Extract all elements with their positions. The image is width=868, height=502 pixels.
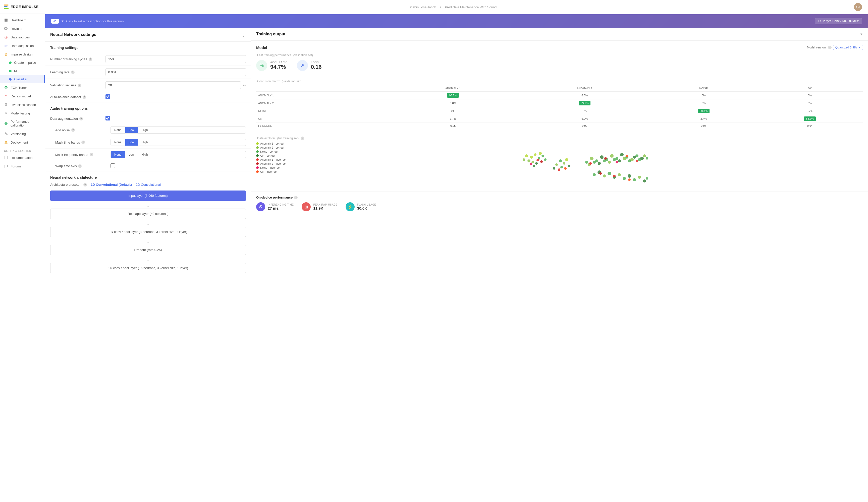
output-title: Training output xyxy=(256,32,285,36)
sidebar-item-label: EON Tuner xyxy=(11,86,27,90)
auto-balance-checkbox[interactable] xyxy=(105,94,110,99)
help-icon[interactable]: ? xyxy=(71,71,75,74)
sidebar-item-classifier[interactable]: Classifier xyxy=(0,75,45,83)
confusion-title: Confusion matrix (validation set) xyxy=(256,79,863,83)
sidebar-item-forums[interactable]: Forums xyxy=(0,162,45,170)
data-aug-checkbox[interactable] xyxy=(105,116,110,121)
table-row: F1 SCORE 0.95 0.92 0.98 0.94 xyxy=(256,123,863,129)
mask-freq-control: None Low High xyxy=(111,151,246,158)
mask-freq-none-button[interactable]: None xyxy=(111,151,125,158)
preset-1d-link[interactable]: 1D Convolutional (Default) xyxy=(91,183,132,187)
help-icon[interactable]: ? xyxy=(78,84,81,87)
svg-rect-18 xyxy=(5,143,7,144)
sidebar-item-documentation[interactable]: Documentation xyxy=(0,153,45,162)
legend-dot xyxy=(256,158,259,161)
training-cycles-input[interactable] xyxy=(105,55,246,63)
flash-label: FLASH USAGE xyxy=(357,203,376,206)
svg-point-82 xyxy=(646,177,648,180)
help-icon[interactable]: ? xyxy=(81,140,85,144)
sidebar-item-devices[interactable]: Devices xyxy=(0,24,45,33)
help-icon[interactable]: ? xyxy=(83,95,86,99)
learning-rate-input[interactable] xyxy=(105,68,246,76)
help-icon[interactable]: ? xyxy=(71,128,75,132)
validation-size-input[interactable] xyxy=(105,81,241,89)
mask-time-none-button[interactable]: None xyxy=(111,139,125,146)
help-icon[interactable]: ? xyxy=(828,46,831,49)
preset-2d-link[interactable]: 2D Convolutional xyxy=(136,183,161,187)
help-icon[interactable]: ? xyxy=(294,196,298,199)
svg-point-65 xyxy=(623,157,626,160)
mask-freq-low-button[interactable]: Low xyxy=(125,151,138,158)
cell: 0% xyxy=(757,92,863,100)
topbar-user: Shebin Jose Jacob xyxy=(409,5,436,9)
svg-point-49 xyxy=(600,155,603,159)
help-icon[interactable]: ? xyxy=(301,137,304,140)
sidebar-item-label: Retrain model xyxy=(11,94,31,98)
training-settings-title: Training settings xyxy=(45,42,251,53)
version-badge[interactable]: #1 xyxy=(51,19,59,24)
svg-point-23 xyxy=(534,153,537,156)
help-icon[interactable]: ? xyxy=(83,183,87,187)
svg-point-27 xyxy=(525,154,528,157)
version-description[interactable]: Click to set a description for this vers… xyxy=(66,19,124,23)
version-select-value: Quantized (int8) xyxy=(835,46,857,49)
eon-icon xyxy=(4,86,8,90)
sidebar-item-live-classification[interactable]: Live classification xyxy=(0,101,45,109)
svg-point-76 xyxy=(618,173,621,176)
inferencing-label: INFERENCING TIME xyxy=(268,203,293,206)
sidebar-item-versioning[interactable]: Versioning xyxy=(0,129,45,138)
mask-freq-high-button[interactable]: High xyxy=(138,151,152,158)
legend-label: Anomaly 2 - correct xyxy=(260,146,284,149)
svg-point-59 xyxy=(593,161,596,164)
layer-arrow: ↓ xyxy=(50,239,246,244)
mask-freq-label: Mask frequency bands ? xyxy=(55,153,111,157)
help-icon[interactable]: ? xyxy=(89,57,92,61)
noise-none-button[interactable]: None xyxy=(111,127,125,133)
svg-point-26 xyxy=(531,161,534,164)
mask-time-toggle-group: None Low High xyxy=(111,139,246,146)
sidebar-item-label: Impulse design xyxy=(11,52,32,56)
help-icon[interactable]: ? xyxy=(79,117,83,121)
cell: 0.95 xyxy=(387,123,519,129)
sidebar-item-performance-calibration[interactable]: Performance calibration xyxy=(0,117,45,129)
version-tag: #1 ▼ Click to set a description for this… xyxy=(51,19,124,24)
sidebar-item-retrain-model[interactable]: Retrain model xyxy=(0,92,45,101)
sidebar-item-data-sources[interactable]: Data sources xyxy=(0,33,45,41)
legend-dot xyxy=(256,154,259,157)
help-icon[interactable]: ? xyxy=(90,153,93,156)
sidebar-item-create-impulse[interactable]: Create impulse xyxy=(0,59,45,67)
target-button[interactable]: ⬡ Target: Cortex-M4F 80MHz xyxy=(815,18,862,24)
sidebar-item-eon-tuner[interactable]: EON Tuner xyxy=(0,83,45,92)
sidebar-item-mfe[interactable]: MFE xyxy=(0,67,45,75)
row-label: NOISE xyxy=(256,107,387,115)
sidebar-item-deployment[interactable]: Deployment xyxy=(0,138,45,147)
live-icon xyxy=(4,103,8,107)
noise-low-button[interactable]: Low xyxy=(125,127,138,133)
cell: 88.7% xyxy=(757,115,863,123)
legend-item: Anomaly 1 - correct xyxy=(256,142,286,145)
sidebar-item-dashboard[interactable]: Dashboard xyxy=(0,16,45,24)
noise-high-button[interactable]: High xyxy=(138,127,152,133)
output-dropdown[interactable]: ▼ xyxy=(860,32,863,36)
right-panel: Training output ▼ Model Model version: ?… xyxy=(251,28,868,502)
sidebar-item-impulse-design[interactable]: Impulse design xyxy=(0,50,45,59)
svg-point-39 xyxy=(563,162,565,165)
layer-arrow: ↓ xyxy=(50,257,246,262)
auto-balance-label: Auto-balance dataset ? xyxy=(50,95,105,99)
getting-started-label: GETTING STARTED xyxy=(0,147,45,153)
sidebar-item-data-acquisition[interactable]: Data acquisition xyxy=(0,41,45,50)
mask-time-high-button[interactable]: High xyxy=(138,139,152,146)
topbar-project: Predictive Maintenance With Sound xyxy=(445,5,497,9)
panel-menu-button[interactable]: ⋮ xyxy=(241,32,246,38)
version-select[interactable]: Quantized (int8) ▼ xyxy=(833,45,863,50)
cell: 0% xyxy=(651,92,757,100)
sidebar-item-model-testing[interactable]: Model testing xyxy=(0,109,45,117)
svg-point-42 xyxy=(553,167,555,170)
svg-point-66 xyxy=(628,159,631,163)
warp-time-checkbox[interactable] xyxy=(111,164,115,168)
mask-time-low-button[interactable]: Low xyxy=(125,139,138,146)
cell: 0% xyxy=(757,100,863,107)
svg-point-45 xyxy=(564,167,567,170)
help-icon[interactable]: ? xyxy=(78,164,82,168)
legend-item: Anomaly 2 - incorrect xyxy=(256,162,286,165)
